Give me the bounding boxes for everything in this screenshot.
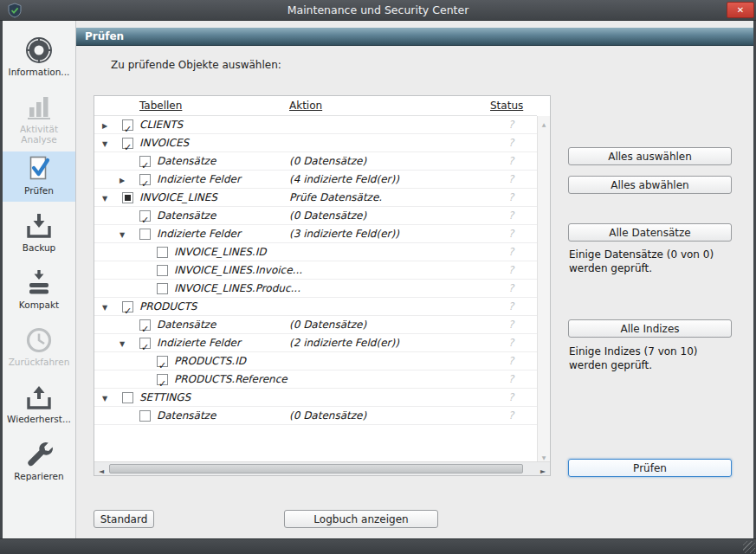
row-status: ? <box>508 189 514 207</box>
row-status: ? <box>508 243 514 261</box>
row-checkbox[interactable] <box>122 138 133 149</box>
tree-row[interactable]: INVOICE_LINESPrüfe Datensätze.? <box>94 189 537 207</box>
vertical-scrollbar[interactable] <box>537 116 550 461</box>
tree-row[interactable]: CLIENTS? <box>94 116 537 134</box>
row-checkbox[interactable] <box>139 410 151 422</box>
row-checkbox[interactable] <box>139 229 151 240</box>
sidebar-item-information[interactable]: Information... <box>3 33 75 83</box>
sidebar-item-label: Prüfen <box>24 185 54 196</box>
repair-wrench-icon <box>24 440 54 469</box>
activity-chart-icon <box>24 93 54 122</box>
tree-row[interactable]: INVOICE_LINES.Invoice...? <box>94 261 537 280</box>
verify-check-icon <box>24 154 54 184</box>
sidebar-item-label: Information... <box>9 67 70 77</box>
row-status: ? <box>508 116 514 134</box>
disclosure-expanded-icon[interactable] <box>117 334 127 353</box>
row-checkbox[interactable] <box>122 392 133 403</box>
sidebar-item-reparieren[interactable]: Reparieren <box>3 437 75 487</box>
close-button[interactable]: ✕ <box>727 2 754 18</box>
select-all-button[interactable]: Alles auswählen <box>568 147 732 165</box>
row-status: ? <box>508 316 514 334</box>
column-header-aktion[interactable]: Aktion <box>289 96 322 116</box>
row-checkbox[interactable] <box>139 210 151 222</box>
horizontal-scrollbar-thumb[interactable] <box>109 464 523 473</box>
row-action: (0 Datensätze) <box>289 316 366 334</box>
row-checkbox[interactable] <box>139 174 151 185</box>
standard-button[interactable]: Standard <box>94 510 154 528</box>
window-title: Maintenance und Security Center <box>0 0 756 21</box>
sidebar-item-label: Aktivität Analyse <box>4 124 74 145</box>
sidebar-item-zurückfahren: Zurückfahren <box>3 323 75 373</box>
backup-icon <box>24 211 54 241</box>
tree-row[interactable]: Datensätze(0 Datensätze)? <box>94 207 537 225</box>
column-header-status[interactable]: Status <box>490 96 523 116</box>
disclosure-expanded-icon[interactable] <box>117 225 127 244</box>
row-checkbox[interactable] <box>139 319 151 331</box>
tree-row[interactable]: PRODUCTS? <box>94 298 537 316</box>
tree-row[interactable]: Datensätze(0 Datensätze)? <box>94 152 537 171</box>
disclosure-expanded-icon[interactable] <box>100 389 110 408</box>
row-checkbox[interactable] <box>157 247 168 258</box>
scroll-down-icon[interactable] <box>538 449 550 461</box>
tree-row[interactable]: INVOICE_LINES.ID? <box>94 243 537 261</box>
row-action: (0 Datensätze) <box>289 152 366 171</box>
row-checkbox[interactable] <box>157 283 168 294</box>
row-checkbox[interactable] <box>157 265 168 276</box>
rollback-clock-icon <box>24 325 54 355</box>
info-icon <box>24 35 54 65</box>
sidebar-item-label: Reparieren <box>14 471 63 481</box>
sidebar-item-backup[interactable]: Backup <box>3 209 75 259</box>
tree-row[interactable]: PRODUCTS.Reference? <box>94 370 537 389</box>
tree-rows-container: CLIENTS?INVOICES?Datensätze(0 Datensätze… <box>94 116 537 461</box>
tree-row[interactable]: Datensätze(0 Datensätze)? <box>94 316 537 334</box>
disclosure-expanded-icon[interactable] <box>100 298 110 317</box>
row-status: ? <box>508 352 514 370</box>
disclosure-expanded-icon[interactable] <box>100 134 110 153</box>
tree-row[interactable]: INVOICES? <box>94 134 537 152</box>
table-header-row: Tabellen Aktion Status <box>94 96 537 116</box>
disclosure-expanded-icon[interactable] <box>100 189 110 208</box>
row-checkbox[interactable] <box>122 119 133 131</box>
tree-row[interactable]: Indizierte Felder(4 indizierte Feld(er))… <box>94 171 537 189</box>
row-checkbox[interactable] <box>139 338 151 349</box>
row-name: INVOICE_LINES.ID <box>174 243 266 261</box>
title-bar: Maintenance und Security Center ✕ <box>0 0 756 21</box>
records-note: Einige Datensätze (0 von 0) werden geprü… <box>569 248 733 276</box>
row-name: INVOICE_LINES.Produc... <box>174 280 300 298</box>
disclosure-collapsed-icon[interactable] <box>100 116 110 135</box>
deselect-all-button[interactable]: Alles abwählen <box>568 176 732 194</box>
disclosure-collapsed-icon[interactable] <box>117 171 127 190</box>
row-status: ? <box>508 134 514 152</box>
tree-row[interactable]: Indizierte Felder(3 indizierte Feld(er))… <box>94 225 537 243</box>
show-log-button[interactable]: Logbuch anzeigen <box>284 510 438 528</box>
verify-button[interactable]: Prüfen <box>568 459 732 477</box>
scroll-up-icon[interactable] <box>538 116 550 128</box>
resize-grip-icon[interactable] <box>743 541 755 553</box>
scroll-right-icon[interactable] <box>536 462 550 475</box>
all-indexes-button[interactable]: Alle Indizes <box>568 319 732 338</box>
maintenance-security-center-window: Maintenance und Security Center ✕ Inform… <box>0 0 756 554</box>
tree-row[interactable]: Datensätze(0 Datensätze)? <box>94 407 537 425</box>
row-checkbox[interactable] <box>139 156 151 167</box>
sidebar-item-kompakt[interactable]: Kompakt <box>3 266 75 316</box>
tree-row[interactable]: Indizierte Felder(2 indizierte Feld(er))… <box>94 334 537 352</box>
sidebar-item-wiederherst[interactable]: Wiederherst... <box>3 380 75 430</box>
row-name: CLIENTS <box>139 116 183 134</box>
row-name: PRODUCTS <box>139 298 197 316</box>
row-name: Datensätze <box>157 316 216 334</box>
row-status: ? <box>508 171 514 189</box>
tree-row[interactable]: PRODUCTS.ID? <box>94 352 537 370</box>
all-records-button[interactable]: Alle Datensätze <box>568 223 732 242</box>
scroll-left-icon[interactable] <box>94 462 108 475</box>
horizontal-scrollbar[interactable] <box>94 461 550 475</box>
tree-row[interactable]: INVOICE_LINES.Produc...? <box>94 280 537 298</box>
sidebar-item-prüfen[interactable]: Prüfen <box>3 151 75 202</box>
row-name: Indizierte Felder <box>157 225 241 243</box>
row-status: ? <box>508 407 514 425</box>
row-checkbox[interactable] <box>122 192 133 203</box>
row-checkbox[interactable] <box>157 356 168 367</box>
column-header-tabellen[interactable]: Tabellen <box>139 96 182 116</box>
row-checkbox[interactable] <box>122 301 133 312</box>
row-checkbox[interactable] <box>157 374 168 385</box>
tree-row[interactable]: SETTINGS? <box>94 389 537 407</box>
